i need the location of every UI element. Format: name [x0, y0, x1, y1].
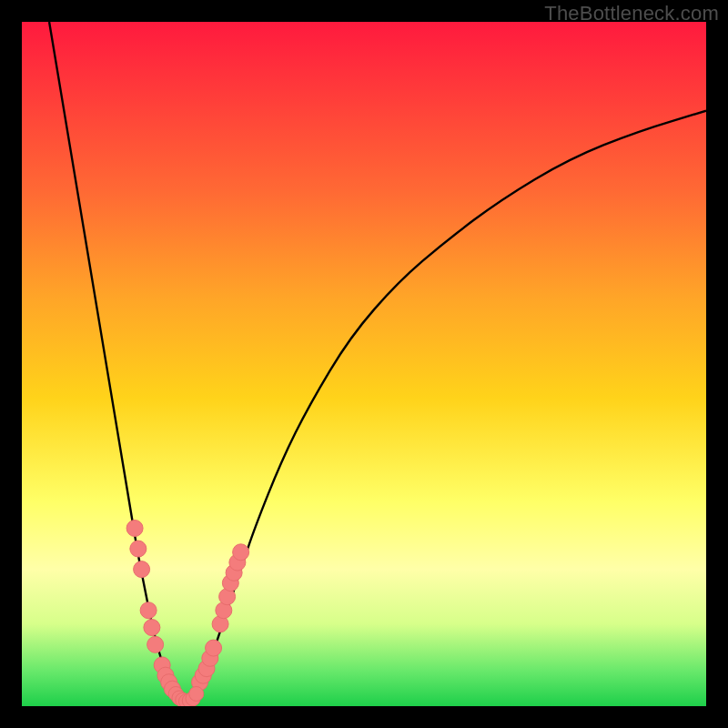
data-point [126, 520, 143, 536]
data-point [189, 686, 204, 701]
data-point [144, 620, 160, 636]
data-point [134, 561, 150, 578]
data-points-left [126, 520, 180, 697]
chart-svg [22, 22, 706, 706]
data-points-valley [168, 686, 204, 706]
data-point [140, 602, 157, 619]
data-point [206, 640, 222, 656]
left-curve [49, 22, 186, 703]
data-points-right [192, 544, 249, 691]
watermark-text: TheBottleneck.com [544, 2, 719, 25]
data-point [233, 544, 249, 561]
plot-area [22, 22, 706, 706]
right-curve [186, 111, 706, 703]
outer-frame: TheBottleneck.com [0, 0, 728, 728]
data-point [147, 636, 164, 652]
data-point [130, 541, 147, 557]
